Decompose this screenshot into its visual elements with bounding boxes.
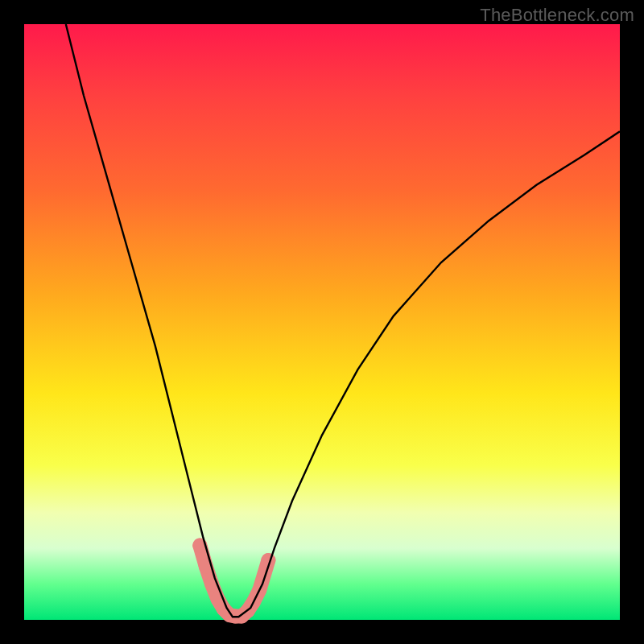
- plot-area: [24, 24, 620, 620]
- chart-frame: TheBottleneck.com: [0, 0, 644, 644]
- chart-svg: [24, 24, 620, 620]
- watermark-text: TheBottleneck.com: [480, 5, 634, 26]
- bottleneck-curve: [66, 24, 620, 617]
